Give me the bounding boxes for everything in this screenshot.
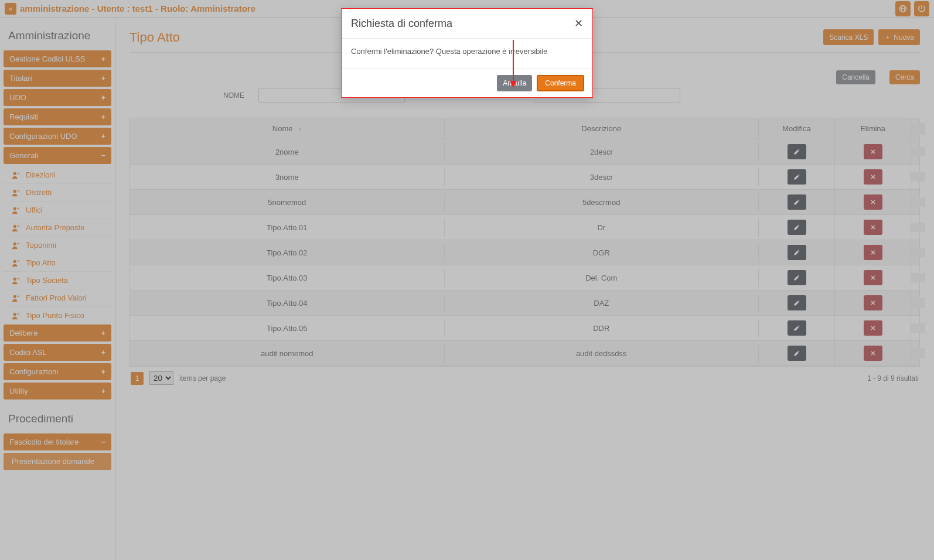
dialog-cancel-button[interactable]: Annulla	[497, 75, 532, 91]
close-icon[interactable]: ✕	[574, 17, 583, 30]
dialog-title: Richiesta di conferma	[351, 18, 452, 30]
dialog-confirm-button[interactable]: Conferma	[537, 75, 584, 91]
confirm-dialog: Richiesta di conferma ✕ Confermi l'elimi…	[341, 8, 593, 98]
dialog-body: Confermi l'eliminazione? Questa operazio…	[342, 39, 592, 69]
